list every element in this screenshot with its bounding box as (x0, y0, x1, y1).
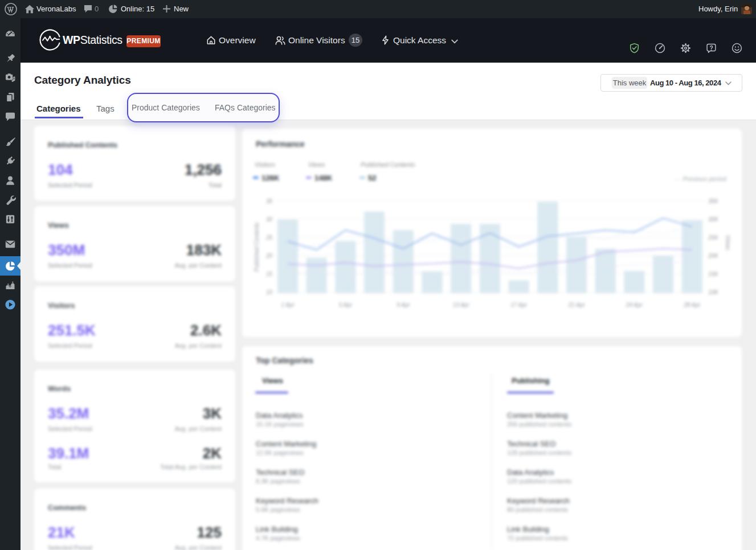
svg-text:21 Apr: 21 Apr (567, 302, 585, 308)
svg-text:30: 30 (266, 216, 273, 223)
svg-text:24 Apr: 24 Apr (626, 302, 643, 308)
svg-text:Views: Views (725, 235, 731, 251)
svg-text:5 Apr: 5 Apr (339, 302, 353, 308)
svg-text:28 Apr: 28 Apr (683, 302, 701, 308)
svg-text:10K: 10K (708, 289, 719, 295)
svg-text:35: 35 (266, 198, 273, 204)
svg-text:13 Apr: 13 Apr (453, 302, 470, 308)
svg-text:10: 10 (266, 289, 273, 295)
svg-text:20: 20 (265, 253, 273, 259)
svg-text:17 Apr: 17 Apr (510, 302, 528, 308)
svg-text:1 Apr: 1 Apr (281, 302, 295, 308)
svg-text:15: 15 (266, 271, 273, 277)
svg-text:25: 25 (265, 235, 273, 241)
svg-text:25K: 25K (708, 235, 719, 241)
svg-text:35K: 35K (708, 198, 719, 204)
svg-text:30K: 30K (708, 216, 719, 223)
svg-text:20K: 20K (708, 253, 719, 259)
svg-text:15K: 15K (708, 271, 719, 277)
svg-text:Published Contents: Published Contents (254, 223, 260, 272)
svg-text:9 Apr: 9 Apr (397, 302, 410, 308)
